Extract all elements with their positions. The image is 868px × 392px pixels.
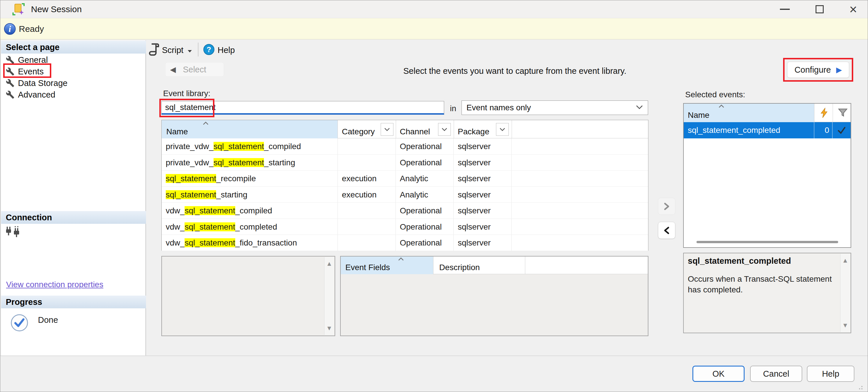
select-back-button[interactable]: ◀ Select xyxy=(165,62,224,77)
selected-event-count: 0 xyxy=(814,122,833,138)
category-header-label: Category xyxy=(342,127,375,136)
help-toolbar-button[interactable]: Help xyxy=(218,45,235,55)
search-scope-dropdown[interactable]: Event names only xyxy=(462,100,648,115)
event-channel-cell: Analytic xyxy=(396,187,454,203)
remove-event-button[interactable] xyxy=(658,222,675,239)
event-fields-label: Event Fields xyxy=(345,263,390,272)
script-button[interactable]: Script xyxy=(162,45,183,55)
event-category-cell: execution xyxy=(338,170,396,187)
event-table-row[interactable]: private_vdw_sql_statement_startingOperat… xyxy=(162,155,648,171)
search-scope-value: Event names only xyxy=(462,103,636,112)
maximize-button[interactable] xyxy=(806,0,834,18)
category-filter-combo[interactable] xyxy=(381,123,394,136)
event-library-table: Name Category Channel Package private_vd… xyxy=(161,120,648,251)
search-match-highlight: sql_statement xyxy=(166,174,216,183)
event-row-filler xyxy=(512,203,648,219)
svg-text:i: i xyxy=(9,24,11,34)
event-table-row[interactable]: private_vdw_sql_statement_compiledOperat… xyxy=(162,138,648,155)
channel-filter-combo[interactable] xyxy=(438,123,451,136)
sort-ascending-icon xyxy=(398,257,404,262)
instruction-text: Select the events you want to capture fr… xyxy=(403,66,626,76)
view-connection-properties-link[interactable]: View connection properties xyxy=(6,280,103,289)
event-channel-cell: Operational xyxy=(396,138,454,154)
sort-ascending-icon xyxy=(202,121,209,127)
event-table-row[interactable]: vdw_sql_statement_compiledOperationalsql… xyxy=(162,203,648,219)
add-event-button[interactable] xyxy=(658,198,675,215)
event-package-cell: sqlserver xyxy=(454,235,512,251)
scroll-down-icon[interactable]: ▼ xyxy=(324,325,334,332)
event-name-cell: vdw_sql_statement_compiled xyxy=(162,203,338,219)
sidebar-item-general[interactable]: General xyxy=(1,54,146,66)
event-row-filler xyxy=(512,219,648,235)
title-bar: New Session × xyxy=(0,0,868,18)
name-column-header[interactable] xyxy=(162,120,338,138)
help-icon: ? xyxy=(203,44,215,57)
scroll-up-icon[interactable]: ▲ xyxy=(840,257,850,264)
wrench-icon xyxy=(6,67,14,76)
toolbar-separator xyxy=(198,42,198,57)
event-row-filler xyxy=(512,187,648,203)
channel-header-label: Channel xyxy=(400,127,430,136)
event-name-segment: _completed xyxy=(235,222,277,231)
cancel-button[interactable]: Cancel xyxy=(750,366,802,382)
event-name-cell: sql_statement_recompile xyxy=(162,170,338,187)
sidebar-item-events[interactable]: Events xyxy=(1,66,146,77)
event-table-row[interactable]: vdw_sql_statement_completedOperationalsq… xyxy=(162,219,648,235)
ok-button[interactable]: OK xyxy=(692,366,745,382)
scroll-up-icon[interactable]: ▲ xyxy=(324,260,334,267)
progress-header: Progress xyxy=(1,296,146,308)
horizontal-scrollbar[interactable] xyxy=(696,241,838,243)
window-title: New Session xyxy=(31,0,82,18)
script-dropdown-icon[interactable] xyxy=(187,49,193,54)
event-table-row[interactable]: vdw_sql_statement_fido_transactionOperat… xyxy=(162,235,648,251)
event-category-cell xyxy=(338,219,396,235)
event-table-body: private_vdw_sql_statement_compiledOperat… xyxy=(162,138,648,251)
column-divider xyxy=(454,120,454,138)
selected-name-label: Name xyxy=(688,110,710,120)
event-name-segment: _fido_transaction xyxy=(235,238,297,247)
resize-grip[interactable] xyxy=(857,384,863,390)
configure-button[interactable]: Configure ▶ xyxy=(787,62,849,78)
done-check-icon xyxy=(10,314,29,333)
event-name-segment: _compiled xyxy=(235,206,272,215)
footer-divider xyxy=(0,356,868,356)
event-package-cell: sqlserver xyxy=(454,138,512,154)
close-button[interactable]: × xyxy=(839,0,867,18)
svg-text:?: ? xyxy=(207,45,211,54)
close-icon: × xyxy=(849,0,857,18)
event-fields-header: Event Fields Description xyxy=(341,257,648,274)
minimize-icon xyxy=(780,9,790,10)
description-label: Description xyxy=(439,263,480,272)
event-table-row[interactable]: sql_statement_recompileexecutionAnalytic… xyxy=(162,170,648,187)
selected-events-table: Name sql_statement_completed 0 xyxy=(683,103,851,248)
vertical-scrollbar[interactable]: ▲ ▼ xyxy=(324,257,334,335)
sort-ascending-icon xyxy=(718,104,725,109)
status-bar xyxy=(0,18,868,39)
event-name-segment: private_vdw_ xyxy=(166,158,214,167)
event-library-search-input[interactable] xyxy=(161,101,444,115)
wrench-icon xyxy=(6,79,14,88)
help-button[interactable]: Help xyxy=(807,366,855,382)
filter-funnel-icon xyxy=(837,107,848,119)
event-row-filler xyxy=(512,170,648,187)
forward-arrow-icon: ▶ xyxy=(836,65,842,74)
event-name-cell: private_vdw_sql_statement_starting xyxy=(162,155,338,170)
info-icon: i xyxy=(4,23,16,36)
event-category-cell xyxy=(338,155,396,170)
minimize-button[interactable] xyxy=(771,0,799,18)
event-package-cell: sqlserver xyxy=(454,203,512,219)
column-divider xyxy=(833,104,833,122)
sidebar-pages: General Events Data Storage Advanced xyxy=(1,54,146,100)
vertical-scrollbar[interactable]: ▲ ▼ xyxy=(840,254,850,332)
search-match-highlight: sql_statement xyxy=(214,158,264,167)
event-table-row[interactable]: sql_statement_startingexecutionAnalytics… xyxy=(162,187,648,203)
lightning-icon xyxy=(819,108,829,119)
search-match-highlight: sql_statement xyxy=(185,206,235,215)
search-match-highlight: sql_statement xyxy=(166,190,216,199)
sidebar-item-data-storage[interactable]: Data Storage xyxy=(1,77,146,89)
package-filter-combo[interactable] xyxy=(496,123,509,136)
wrench-icon xyxy=(6,90,14,99)
selected-event-row[interactable]: sql_statement_completed 0 xyxy=(684,122,850,138)
scroll-down-icon[interactable]: ▼ xyxy=(840,322,850,329)
sidebar-item-advanced[interactable]: Advanced xyxy=(1,89,146,100)
